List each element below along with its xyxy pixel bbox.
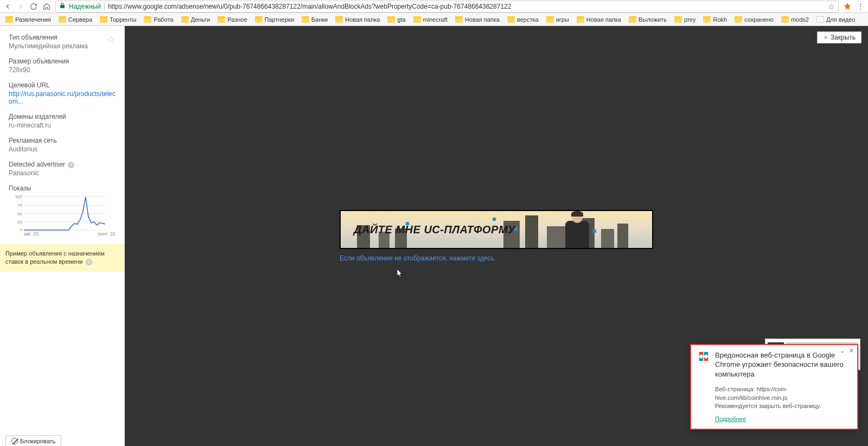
svg-text:75: 75: [17, 203, 22, 208]
bookmark-item[interactable]: верстка: [504, 15, 542, 24]
bookmark-item[interactable]: Развлечения: [2, 15, 54, 24]
bookmark-item[interactable]: minecraft: [410, 15, 451, 24]
ad-fallback-link[interactable]: Если объявление не отображается, нажмите…: [340, 254, 653, 262]
alert-title: Вредоносная веб-страница в Google Chrome…: [715, 351, 851, 379]
bookmark-item[interactable]: Деньги: [178, 15, 214, 24]
folder-icon: [5, 16, 13, 23]
folder-icon: [781, 16, 789, 23]
sidebar: ☆ Тип объявления Мультимедийная реклама …: [0, 26, 125, 446]
block-label: Блокировать: [20, 438, 55, 444]
folder-icon: [507, 16, 515, 23]
folder-icon: [59, 16, 66, 23]
label: Размер объявления: [9, 58, 116, 65]
x-start: авг. 23: [24, 231, 39, 237]
folder-icon: [674, 16, 682, 23]
ad-container: ДАЙТЕ МНЕ UC-ПЛАТФОРМУ Если объявление н…: [340, 210, 653, 262]
alert-close-button[interactable]: ✕: [849, 347, 854, 354]
svg-text:102: 102: [15, 195, 23, 199]
bookmark-label: Rokh: [713, 16, 727, 23]
field-ad-size: Размер объявления 728x90: [9, 58, 116, 74]
label-text: Detected advertiser: [9, 161, 65, 168]
svg-text:25: 25: [17, 220, 22, 225]
chrome-menu-button[interactable]: ⋮: [856, 2, 865, 11]
bookmark-item[interactable]: Rokh: [700, 15, 730, 24]
bookmark-item[interactable]: игры: [543, 15, 572, 24]
bookmark-item[interactable]: Новая папка: [332, 15, 383, 24]
bookmark-item[interactable]: gta: [384, 15, 409, 24]
folder-icon: [387, 16, 395, 23]
label: Detected advertiser ?: [9, 161, 116, 168]
bookmark-label: Для видео: [826, 16, 856, 23]
bookmark-item[interactable]: Новая папка: [573, 15, 624, 24]
kaspersky-logo-icon: [698, 351, 710, 362]
folder-icon: [413, 16, 421, 23]
url-text: https://www.google.com/adsense/new/u/0/p…: [108, 3, 825, 10]
bookmark-label: Новая папка: [345, 16, 380, 23]
bookmark-item[interactable]: Банки: [298, 15, 331, 24]
bookmark-item[interactable]: Новая папка: [452, 15, 503, 24]
bookmark-item[interactable]: mods2: [778, 15, 812, 24]
reload-button[interactable]: [29, 2, 38, 11]
bookmark-label: Выложить: [639, 16, 667, 23]
bookmark-item[interactable]: Сервера: [55, 15, 95, 24]
home-button[interactable]: [42, 2, 51, 11]
label: Домены издателей: [9, 113, 116, 120]
close-icon: [823, 35, 828, 40]
field-target-url: Целевой URL http://rus.panasonic.ru/prod…: [9, 81, 116, 105]
bookmark-item[interactable]: Работа: [141, 15, 176, 24]
divider: [104, 3, 105, 10]
bookmark-item[interactable]: Для видео: [813, 15, 859, 24]
bookmark-label: Работа: [154, 16, 173, 23]
bookmark-label: Партнерки: [265, 16, 294, 23]
alert-more-link[interactable]: Подробнее: [715, 415, 746, 423]
bookmark-item[interactable]: Партнерки: [252, 15, 297, 24]
bookmark-label: Развлечения: [15, 16, 51, 23]
bookmark-label: верстка: [517, 16, 539, 23]
app: ☆ Тип объявления Мультимедийная реклама …: [0, 26, 868, 446]
folder-icon: [629, 16, 636, 23]
close-button[interactable]: Закрыть: [817, 31, 861, 43]
secure-label: Надежный: [69, 3, 101, 10]
bookmark-star-icon[interactable]: ☆: [828, 2, 835, 11]
target-url-link[interactable]: http://rus.panasonic.ru/products/telecom…: [9, 90, 116, 105]
bookmarks-bar: РазвлеченияСервераТоррентыРаботаДеньгиРа…: [0, 13, 868, 26]
value: Мультимедийная реклама: [9, 42, 116, 50]
forward-button[interactable]: [16, 2, 25, 11]
address-bar[interactable]: Надежный https://www.google.com/adsense/…: [55, 1, 839, 12]
bookmark-label: сохранено: [744, 16, 774, 23]
back-button[interactable]: [3, 2, 12, 11]
ad-banner[interactable]: ДАЙТЕ МНЕ UC-ПЛАТФОРМУ: [340, 210, 653, 249]
bookmark-label: Торренты: [110, 16, 136, 23]
block-icon: [11, 438, 18, 444]
bookmark-item[interactable]: Торренты: [97, 15, 139, 24]
help-icon[interactable]: ?: [68, 162, 74, 168]
favorite-star-icon[interactable]: ☆: [107, 34, 116, 46]
svg-text:50: 50: [17, 212, 22, 216]
chart-x-labels: авг. 23 сент. 22: [9, 231, 116, 237]
bookmark-item[interactable]: prey: [671, 15, 699, 24]
lock-icon: [59, 2, 66, 10]
folder-icon: [735, 16, 742, 23]
bookmark-item[interactable]: Выложить: [626, 15, 670, 24]
close-label: Закрыть: [831, 34, 856, 41]
bookmark-label: игры: [556, 16, 569, 23]
x-end: сент. 22: [98, 231, 116, 237]
man-figure: [562, 211, 592, 248]
alert-collapse-button[interactable]: ⌄: [840, 347, 845, 354]
help-icon[interactable]: ?: [86, 259, 92, 265]
field-impressions: Показы 1027550250 авг. 23 сент. 22: [9, 184, 116, 237]
block-button[interactable]: Блокировать: [5, 435, 61, 446]
value: Panasonic: [9, 169, 116, 177]
bookmark-item[interactable]: сохранено: [731, 15, 777, 24]
label: Рекламная сеть: [9, 137, 116, 144]
rtb-example-note: Пример объявления с назначением ставок в…: [0, 244, 124, 272]
field-ad-network: Рекламная сеть Auditorius: [9, 137, 116, 153]
chart-svg: 1027550250: [9, 195, 106, 231]
folder-icon: [181, 16, 189, 23]
folder-icon: [302, 16, 309, 23]
browser-toolbar: Надежный https://www.google.com/adsense/…: [0, 0, 868, 13]
bookmark-item[interactable]: Разное: [214, 15, 250, 24]
extension-icon[interactable]: [843, 2, 852, 11]
bookmark-label: Новая папка: [465, 16, 500, 23]
field-publisher-domains: Домены издателей ru-minecraft.ru: [9, 113, 116, 129]
